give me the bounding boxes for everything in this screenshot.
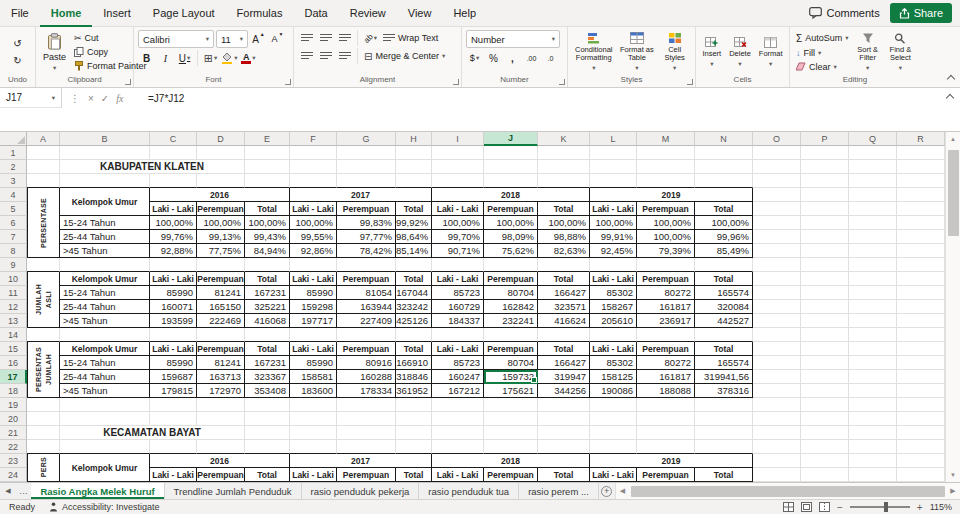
zoom-out-button[interactable]: −: [837, 502, 843, 513]
cell-O13[interactable]: [753, 314, 801, 328]
cell-G15[interactable]: Perempuan: [337, 342, 396, 356]
cell-L12[interactable]: 158267: [590, 300, 637, 314]
comments-button[interactable]: Comments: [809, 7, 879, 19]
cell-B20[interactable]: [60, 412, 150, 426]
row-header-17[interactable]: 17: [0, 370, 27, 384]
cell-I8[interactable]: 90,71%: [432, 244, 484, 258]
cell-L5[interactable]: Laki - Laki: [590, 202, 637, 216]
cell-N14[interactable]: [695, 328, 753, 342]
cell-N19[interactable]: [695, 398, 753, 412]
cell-H22[interactable]: [396, 440, 432, 454]
cell-C11[interactable]: 85990: [150, 286, 197, 300]
cell-C5[interactable]: Laki - Laki: [150, 202, 197, 216]
page-layout-view-button[interactable]: [801, 502, 812, 512]
undo-button[interactable]: ↺: [9, 36, 26, 52]
wrap-text-button[interactable]: Wrap Text: [381, 32, 440, 44]
cell-M15[interactable]: Perempuan: [637, 342, 695, 356]
cell-F13[interactable]: 197717: [290, 314, 337, 328]
cell-C17[interactable]: 159687: [150, 370, 197, 384]
cell-E17[interactable]: 323367: [245, 370, 290, 384]
cell-A10[interactable]: JUMLAHASLI: [27, 272, 60, 328]
column-header-J[interactable]: J: [484, 132, 538, 146]
cell-E14[interactable]: [245, 328, 290, 342]
cell-F15[interactable]: Laki - Laki: [290, 342, 337, 356]
cell-I21[interactable]: [432, 426, 484, 440]
merge-center-button[interactable]: ⊟Merge & Center▾: [362, 50, 447, 63]
cell-D8[interactable]: 77,75%: [197, 244, 245, 258]
cell-K21[interactable]: [538, 426, 590, 440]
cell-K5[interactable]: Total: [538, 202, 590, 216]
cell-J19[interactable]: [484, 398, 538, 412]
cell-R6[interactable]: [897, 216, 945, 230]
underline-button[interactable]: U▾: [176, 50, 193, 66]
ribbon-tab-home[interactable]: Home: [40, 0, 93, 27]
cell-B12[interactable]: 25-44 Tahun: [60, 300, 150, 314]
cell-G20[interactable]: [337, 412, 396, 426]
cell-G19[interactable]: [337, 398, 396, 412]
zoom-slider-thumb[interactable]: [884, 502, 888, 512]
cell-I23[interactable]: 2018: [432, 454, 590, 468]
cell-J8[interactable]: 75,62%: [484, 244, 538, 258]
cell-L18[interactable]: 190086: [590, 384, 637, 398]
cell-C15[interactable]: Laki - Laki: [150, 342, 197, 356]
alignment-dialog-launcher[interactable]: [453, 79, 459, 85]
cell-K6[interactable]: 100,00%: [538, 216, 590, 230]
cell-F16[interactable]: 85990: [290, 356, 337, 370]
cell-L24[interactable]: Laki - Laki: [590, 468, 637, 482]
cell-Q13[interactable]: [849, 314, 897, 328]
cell-N2[interactable]: [695, 160, 753, 174]
ribbon-tab-file[interactable]: File: [0, 0, 40, 27]
cell-M13[interactable]: 236917: [637, 314, 695, 328]
cell-H14[interactable]: [396, 328, 432, 342]
cell-C4[interactable]: 2016: [150, 188, 290, 202]
cell-K3[interactable]: [538, 174, 590, 188]
cell-L4[interactable]: 2019: [590, 188, 753, 202]
column-header-G[interactable]: G: [337, 132, 396, 146]
cell-R23[interactable]: [897, 454, 945, 468]
cell-E10[interactable]: Total: [245, 272, 290, 286]
row-header-5[interactable]: 5: [0, 202, 27, 216]
cell-G5[interactable]: Perempuan: [337, 202, 396, 216]
cell-I24[interactable]: Laki - Laki: [432, 468, 484, 482]
cell-F11[interactable]: 85990: [290, 286, 337, 300]
cell-B8[interactable]: >45 Tahun: [60, 244, 150, 258]
cell-J13[interactable]: 232241: [484, 314, 538, 328]
cell-H10[interactable]: Total: [396, 272, 432, 286]
cell-O8[interactable]: [753, 244, 801, 258]
cell-E22[interactable]: [245, 440, 290, 454]
cell-O24[interactable]: [753, 468, 801, 482]
sheet-tab-rasio-penduduk-tua[interactable]: rasio penduduk tua: [419, 483, 519, 499]
cell-M9[interactable]: [637, 258, 695, 272]
row-header-9[interactable]: 9: [0, 258, 27, 272]
cell-O11[interactable]: [753, 286, 801, 300]
cell-P3[interactable]: [801, 174, 849, 188]
horizontal-scrollbar-thumb[interactable]: [631, 486, 945, 497]
font-dialog-launcher[interactable]: [285, 79, 291, 85]
cell-Q18[interactable]: [849, 384, 897, 398]
accounting-format-button[interactable]: $▾: [466, 50, 483, 66]
cell-M5[interactable]: Perempuan: [637, 202, 695, 216]
cell-F21[interactable]: [290, 426, 337, 440]
cell-A4[interactable]: PERSENTASE: [27, 188, 60, 258]
cell-P10[interactable]: [801, 272, 849, 286]
row-header-12[interactable]: 12: [0, 300, 27, 314]
cell-E16[interactable]: 167231: [245, 356, 290, 370]
cell-Q12[interactable]: [849, 300, 897, 314]
cell-D17[interactable]: 163713: [197, 370, 245, 384]
cell-G10[interactable]: Perempuan: [337, 272, 396, 286]
column-header-O[interactable]: O: [753, 132, 801, 146]
cell-I10[interactable]: Laki - Laki: [432, 272, 484, 286]
autosum-button[interactable]: ΣAutoSum▾: [794, 32, 850, 45]
clear-button[interactable]: Clear▾: [794, 61, 839, 73]
cell-C6[interactable]: 100,00%: [150, 216, 197, 230]
cell-B3[interactable]: [60, 174, 150, 188]
cell-L20[interactable]: [590, 412, 637, 426]
cell-J12[interactable]: 162842: [484, 300, 538, 314]
cell-Q16[interactable]: [849, 356, 897, 370]
cell-I22[interactable]: [432, 440, 484, 454]
cell-I19[interactable]: [432, 398, 484, 412]
cell-O7[interactable]: [753, 230, 801, 244]
cell-H6[interactable]: 99,92%: [396, 216, 432, 230]
cell-H18[interactable]: 361952: [396, 384, 432, 398]
cell-B7[interactable]: 25-44 Tahun: [60, 230, 150, 244]
